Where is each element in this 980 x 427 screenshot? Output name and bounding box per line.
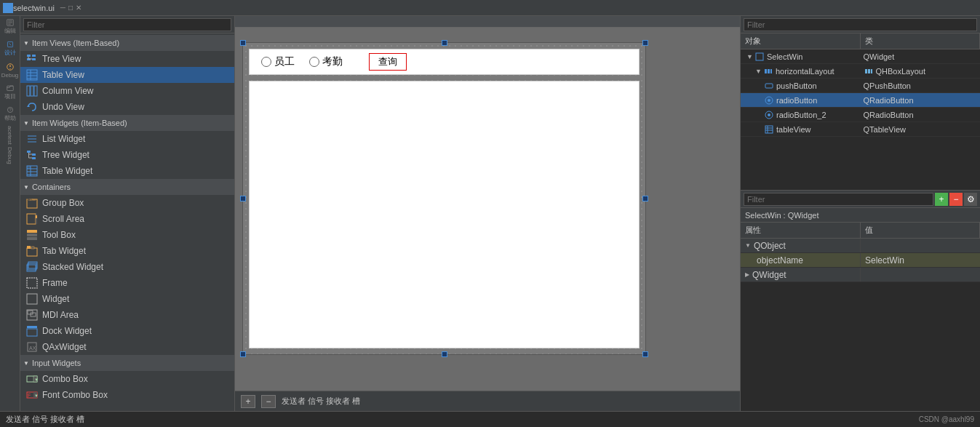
- table-view-icon: [26, 69, 38, 81]
- resize-handle-bl[interactable]: [240, 351, 246, 357]
- widget-frame[interactable]: Frame: [20, 275, 234, 291]
- widget-tree-view[interactable]: Tree View: [20, 51, 234, 67]
- widget-column-view-label: Column View: [42, 86, 93, 96]
- radio-group-1[interactable]: 员工: [261, 55, 295, 68]
- widget-tool-box[interactable]: Tool Box: [20, 227, 234, 243]
- svg-rect-41: [27, 166, 31, 169]
- resize-handle-tc[interactable]: [442, 40, 447, 46]
- sidebar-edit[interactable]: 编辑: [2, 19, 18, 35]
- widget-list-widget[interactable]: List Widget: [20, 131, 234, 147]
- widget-tree-widget[interactable]: Tree Widget: [20, 147, 234, 163]
- svg-marker-26: [27, 105, 30, 107]
- section-item-views[interactable]: ▼ Item Views (Item-Based): [20, 35, 234, 51]
- form-widget[interactable]: 员工 考勤 查询: [242, 42, 646, 355]
- close-btn[interactable]: ✕: [76, 4, 81, 12]
- minimize-btn[interactable]: ─: [60, 4, 65, 12]
- section-item-widgets[interactable]: ▼ Item Widgets (Item-Based): [20, 115, 234, 131]
- prop-section-qwidget[interactable]: ▶ QWidget: [741, 268, 980, 282]
- section-input-widgets[interactable]: ▼ Input Widgets: [20, 355, 234, 371]
- widget-stacked-widget[interactable]: Stacked Widget: [20, 259, 234, 275]
- svg-text:AX: AX: [29, 346, 36, 351]
- widget-undo-view[interactable]: Undo View: [20, 99, 234, 115]
- add-widget-btn[interactable]: +: [241, 395, 255, 408]
- tree-row-pushbutton[interactable]: pushButton QPushButton: [741, 79, 980, 93]
- query-button[interactable]: 查询: [369, 53, 407, 71]
- section-title-3: Containers: [32, 183, 71, 191]
- tree-row-horizontallayout[interactable]: ▼ horizontalLayout QHBoxLayout: [741, 64, 980, 79]
- object-tree-filter-input[interactable]: [744, 18, 977, 31]
- svg-rect-63: [27, 329, 37, 336]
- widget-frame-label: Frame: [42, 278, 68, 288]
- tree-row-radiobutton[interactable]: radioButton QRadioButton: [741, 93, 980, 108]
- canvas-scroll[interactable]: 员工 考勤 查询: [235, 28, 740, 391]
- tree-row-selectwin[interactable]: ▼ SelectWin QWidget: [741, 49, 980, 64]
- sidebar-debug[interactable]: Debug: [2, 63, 18, 79]
- tree-row-tableview[interactable]: tableView QTableView: [741, 122, 980, 137]
- sidebar-help[interactable]: ? 帮助: [2, 106, 18, 122]
- svg-rect-53: [31, 247, 34, 249]
- svg-rect-73: [756, 53, 763, 60]
- tree-row-radiobutton2[interactable]: radioButton_2 QRadioButton: [741, 108, 980, 122]
- resize-handle-br[interactable]: [642, 351, 648, 357]
- prop-section-qobject[interactable]: ▼ QObject: [741, 239, 980, 253]
- maximize-btn[interactable]: □: [68, 4, 73, 12]
- svg-text:GBox: GBox: [28, 198, 36, 201]
- widget-scroll-area[interactable]: Scroll Area: [20, 211, 234, 227]
- col-object: 对象: [741, 33, 861, 49]
- resize-handle-ml[interactable]: [240, 196, 246, 201]
- prop-objectname-value: SelectWin: [861, 255, 980, 266]
- tree-type-pushbutton: QPushButton: [861, 81, 981, 90]
- svg-rect-31: [32, 153, 36, 156]
- widget-widget[interactable]: Widget: [20, 291, 234, 307]
- prop-filter-bar: + − ⚙: [741, 191, 980, 208]
- widget-panel: ▼ Item Views (Item-Based) Tree View Tabl…: [20, 16, 235, 411]
- sidebar-design[interactable]: 设计: [2, 41, 18, 57]
- sidebar-project-label: 项目: [4, 92, 16, 100]
- signal-status: 发送者 信号 接收者 槽: [282, 396, 360, 407]
- prop-filter-input[interactable]: [744, 193, 933, 206]
- prop-settings-btn[interactable]: ⚙: [964, 193, 977, 206]
- tree-name-pushbutton: pushButton: [776, 81, 817, 90]
- widget-icon: [26, 293, 38, 305]
- font-combo-box-icon: F▼: [26, 389, 38, 401]
- prop-row-objectname[interactable]: objectName SelectWin: [741, 253, 980, 268]
- section-containers[interactable]: ▼ Containers: [20, 179, 234, 195]
- widget-font-combo-box[interactable]: F▼ Font Combo Box: [20, 387, 234, 403]
- col-class: 类: [861, 33, 981, 49]
- svg-rect-47: [36, 215, 37, 218]
- remove-widget-btn[interactable]: −: [261, 395, 276, 408]
- prop-objectname-label: objectName: [757, 255, 803, 266]
- widget-tab-widget[interactable]: Tab Widget: [20, 243, 234, 259]
- radio-group-2[interactable]: 考勤: [309, 55, 343, 68]
- widget-widget-label: Widget: [42, 294, 69, 304]
- column-view-icon: [26, 85, 38, 97]
- signal-bar-text: 发送者 信号 接收者 槽: [6, 414, 84, 425]
- widget-filter-input[interactable]: [23, 18, 231, 31]
- canvas-ruler: [235, 16, 740, 28]
- widget-combo-box[interactable]: ▼ Combo Box: [20, 371, 234, 387]
- widget-dock-widget[interactable]: Dock Widget: [20, 323, 234, 339]
- prop-add-btn[interactable]: +: [935, 193, 948, 206]
- radio-circle-1: [261, 57, 271, 67]
- widget-group-box[interactable]: GBox Group Box: [20, 195, 234, 211]
- list-widget-icon: [26, 133, 38, 145]
- widget-tree-widget-label: Tree Widget: [42, 150, 89, 160]
- prop-remove-btn[interactable]: −: [949, 193, 963, 206]
- widget-table-view[interactable]: Table View: [20, 67, 234, 83]
- resize-handle-bc[interactable]: [442, 351, 447, 357]
- widget-dock-widget-label: Dock Widget: [42, 326, 92, 336]
- sidebar-design-label: 设计: [4, 49, 16, 57]
- frame-icon: [26, 277, 38, 289]
- resize-handle-mr[interactable]: [642, 196, 648, 201]
- svg-rect-55: [28, 263, 36, 270]
- widget-column-view[interactable]: Column View: [20, 83, 234, 99]
- widget-scroll-area-label: Scroll Area: [42, 214, 84, 224]
- widget-table-widget[interactable]: Table Widget: [20, 163, 234, 179]
- widget-filter-bar: [20, 16, 234, 33]
- widget-mdi-area[interactable]: MDI Area: [20, 307, 234, 323]
- sidebar-project[interactable]: 项目: [2, 84, 18, 100]
- widget-qaxwidget[interactable]: AX QAxWidget: [20, 339, 234, 355]
- resize-handle-tr[interactable]: [642, 40, 648, 46]
- svg-text:?: ?: [9, 108, 11, 112]
- resize-handle-tl[interactable]: [240, 40, 246, 46]
